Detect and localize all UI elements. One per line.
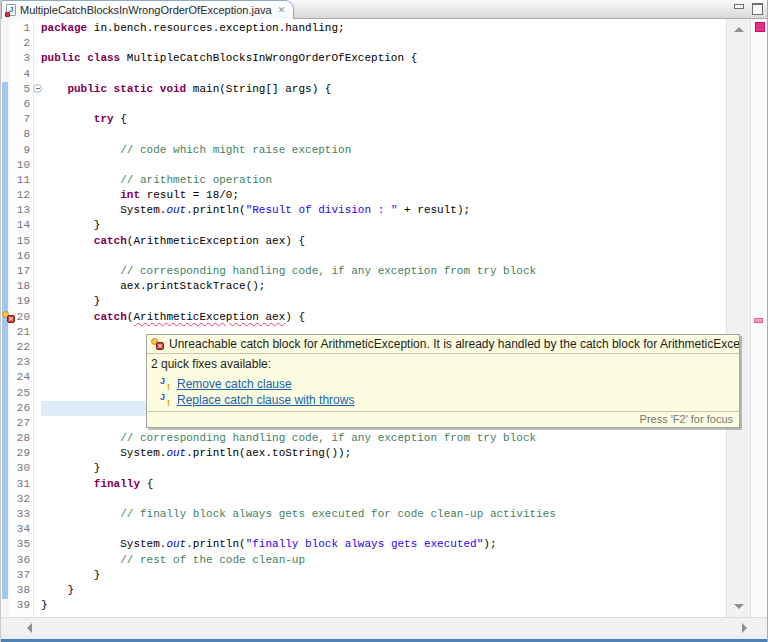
code-line[interactable]: // corresponding handling code, if any e… xyxy=(41,264,726,279)
code-line[interactable]: catch(ArithmeticException aex) { xyxy=(41,310,726,325)
line-number: 21 xyxy=(9,325,33,340)
vertical-scrollbar[interactable] xyxy=(726,19,750,617)
code-token xyxy=(41,189,120,201)
line-number: 5 xyxy=(9,82,33,97)
line-number: 15 xyxy=(9,234,33,249)
code-line[interactable] xyxy=(41,158,726,173)
code-token: // corresponding handling code, if any e… xyxy=(120,432,536,444)
gutter-error-quickfix-icon[interactable]: ✕ xyxy=(2,311,15,323)
code-line[interactable] xyxy=(41,249,726,264)
code-line[interactable]: } xyxy=(41,568,726,583)
scroll-up-icon[interactable] xyxy=(734,27,744,32)
code-line[interactable]: try { xyxy=(41,112,726,127)
line-number: 11 xyxy=(9,173,33,188)
code-line[interactable] xyxy=(41,127,726,142)
java-file-error-icon: J xyxy=(6,4,16,16)
line-number: 4 xyxy=(9,67,33,82)
quick-fix-item[interactable]: J!Replace catch clause with throws xyxy=(151,392,735,408)
tooltip-body: 2 quick fixes available: J!Remove catch … xyxy=(147,354,739,411)
code-token: public class xyxy=(41,52,120,64)
code-token: try xyxy=(94,113,114,125)
code-token xyxy=(41,432,120,444)
code-token: // arithmetic operation xyxy=(120,174,272,186)
overview-error-summary-marker[interactable] xyxy=(755,22,765,32)
code-line[interactable]: } xyxy=(41,294,726,309)
line-number: 27 xyxy=(9,416,33,431)
code-line[interactable] xyxy=(41,67,726,82)
code-token xyxy=(41,478,94,490)
quick-fix-link[interactable]: Remove catch clause xyxy=(177,377,292,391)
line-number: 16 xyxy=(9,249,33,264)
code-line[interactable]: // finally block always gets executed fo… xyxy=(41,507,726,522)
overview-error-marker[interactable] xyxy=(754,318,763,323)
code-token: // corresponding handling code, if any e… xyxy=(120,265,536,277)
horizontal-scrollbar[interactable] xyxy=(1,617,767,635)
tab-close-icon[interactable]: ✕ xyxy=(276,5,286,15)
line-number: 31 xyxy=(9,477,33,492)
code-line[interactable] xyxy=(41,36,726,51)
code-token: MultipleCatchBlocksInWrongOrderOfExcepti… xyxy=(120,52,417,64)
code-token: } xyxy=(41,599,48,611)
code-line[interactable] xyxy=(41,522,726,537)
editor-tab[interactable]: J MultipleCatchBlocksInWrongOrderOfExcep… xyxy=(1,0,294,19)
code-token xyxy=(41,265,120,277)
line-number: 26 xyxy=(9,401,33,416)
java-quickfix-icon: J! xyxy=(160,378,171,390)
code-line[interactable]: int result = 18/0; xyxy=(41,188,726,203)
scroll-right-icon[interactable] xyxy=(742,623,747,633)
fold-collapse-icon[interactable] xyxy=(33,84,42,93)
line-number: 18 xyxy=(9,279,33,294)
code-line[interactable]: System.out.println("Result of division :… xyxy=(41,203,726,218)
code-line[interactable]: // arithmetic operation xyxy=(41,173,726,188)
code-token xyxy=(41,144,120,156)
code-line[interactable]: finally { xyxy=(41,477,726,492)
line-number: 17 xyxy=(9,264,33,279)
code-token: aex.printStackTrace(); xyxy=(41,280,265,292)
code-line[interactable]: System.out.println("finally block always… xyxy=(41,537,726,552)
code-token: out xyxy=(166,538,186,550)
code-token xyxy=(41,83,67,95)
quick-fix-item[interactable]: J!Remove catch clause xyxy=(151,376,735,392)
code-token: System. xyxy=(41,447,166,459)
code-token: ); xyxy=(483,538,496,550)
code-line[interactable] xyxy=(41,492,726,507)
maximize-view-icon[interactable] xyxy=(751,3,762,13)
error-underlined-code: ArithmeticException aex xyxy=(133,311,285,323)
line-number: 36 xyxy=(9,553,33,568)
code-line[interactable]: } xyxy=(41,218,726,233)
code-line[interactable]: catch(ArithmeticException aex) { xyxy=(41,234,726,249)
code-token xyxy=(41,311,94,323)
code-line[interactable]: package in.bench.resources.exception.han… xyxy=(41,21,726,36)
code-token: ) { xyxy=(285,311,305,323)
annotation-ruler[interactable]: ✕ xyxy=(1,19,9,617)
code-line[interactable]: System.out.println(aex.toString()); xyxy=(41,446,726,461)
code-line[interactable]: // rest of the code clean-up xyxy=(41,553,726,568)
line-number: 35 xyxy=(9,537,33,552)
code-token: } xyxy=(41,584,74,596)
code-line[interactable]: } xyxy=(41,583,726,598)
minimize-view-icon[interactable] xyxy=(733,3,744,13)
error-quickfix-icon: ✕ xyxy=(151,338,164,350)
quick-fix-list: J!Remove catch clauseJ!Replace catch cla… xyxy=(151,376,735,408)
code-line[interactable]: } xyxy=(41,598,726,613)
quick-fix-link[interactable]: Replace catch clause with throws xyxy=(177,393,354,407)
folding-column xyxy=(34,19,41,617)
scroll-left-icon[interactable] xyxy=(27,623,32,633)
line-number: 38 xyxy=(9,583,33,598)
overview-ruler[interactable] xyxy=(750,19,767,617)
code-token xyxy=(41,113,94,125)
code-line[interactable]: public static void main(String[] args) { xyxy=(41,82,726,97)
line-number: 6 xyxy=(9,97,33,112)
code-text-area[interactable]: package in.bench.resources.exception.han… xyxy=(41,19,726,617)
code-line[interactable]: // code which might raise exception xyxy=(41,143,726,158)
line-number: 24 xyxy=(9,370,33,385)
line-number: 12 xyxy=(9,188,33,203)
code-line[interactable]: public class MultipleCatchBlocksInWrongO… xyxy=(41,51,726,66)
code-line[interactable] xyxy=(41,97,726,112)
code-line[interactable]: } xyxy=(41,461,726,476)
scroll-down-icon[interactable] xyxy=(734,604,744,609)
code-token: } xyxy=(41,462,100,474)
code-line[interactable]: // corresponding handling code, if any e… xyxy=(41,431,726,446)
code-token: int xyxy=(120,189,140,201)
code-line[interactable]: aex.printStackTrace(); xyxy=(41,279,726,294)
